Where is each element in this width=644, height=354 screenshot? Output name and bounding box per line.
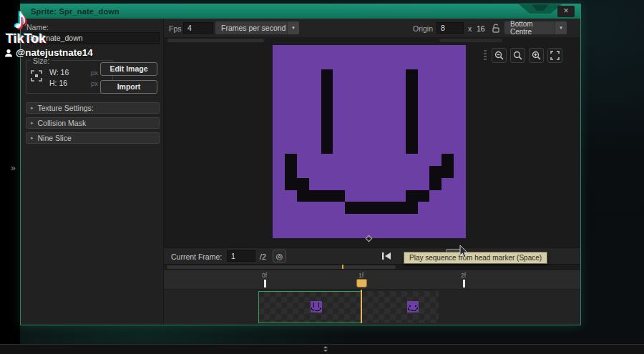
sprite-canvas-image[interactable] bbox=[273, 45, 466, 238]
section-label: Collision Mask bbox=[38, 119, 87, 127]
chevron-right-icon: ▸ bbox=[31, 105, 34, 111]
zoom-in-button[interactable] bbox=[529, 48, 544, 63]
import-button[interactable]: Import bbox=[100, 80, 157, 94]
onion-skin-toggle[interactable]: ◎ bbox=[273, 250, 286, 262]
timeline-scrollbar[interactable] bbox=[164, 264, 580, 269]
origin-x-input[interactable]: 8 bbox=[436, 22, 464, 34]
zoom-out-button[interactable] bbox=[492, 48, 507, 63]
playhead-line[interactable] bbox=[361, 290, 362, 323]
fps-label: Fps bbox=[169, 24, 182, 33]
titlebar-notch-decoration bbox=[519, 4, 562, 14]
origin-preset-value: Bottom Centre bbox=[504, 20, 555, 36]
go-to-start-button[interactable] bbox=[377, 249, 396, 263]
height-unit: px bbox=[91, 79, 98, 87]
window-title: Sprite: Spr_nate_down bbox=[31, 7, 119, 16]
playhead-handle[interactable] bbox=[356, 279, 367, 287]
expand-panel-chevron-icon[interactable]: » bbox=[11, 163, 16, 173]
current-frame-label: Current Frame: bbox=[171, 252, 222, 261]
canvas-scrollbar-thumb[interactable] bbox=[167, 39, 264, 42]
ruler-tick-label: 2f bbox=[461, 272, 466, 279]
window-titlebar[interactable]: Sprite: Spr_nate_down × bbox=[21, 4, 580, 19]
origin-y-value[interactable]: 16 bbox=[477, 24, 485, 33]
ruler-tick-label: 1f bbox=[358, 272, 364, 279]
sprite-editor-window: Sprite: Spr_nate_down × Name: Spr_nate_d… bbox=[20, 4, 581, 325]
section-label: Texture Settings: bbox=[38, 104, 94, 112]
sprite-canvas-region[interactable] bbox=[164, 38, 580, 247]
user-icon bbox=[4, 49, 13, 57]
zoom-reset-button[interactable] bbox=[510, 48, 525, 63]
frame-count-label: /2 bbox=[260, 252, 266, 261]
nine-slice-section[interactable]: ▸ Nine Slice bbox=[26, 132, 160, 144]
width-unit: px bbox=[91, 69, 98, 77]
sprite-toolbar: Fps 4 Frames per second ▼ Origin 8 x 16 … bbox=[164, 19, 580, 38]
panel-splitter-handle-icon[interactable] bbox=[321, 346, 330, 352]
edit-image-button[interactable]: Edit Image bbox=[100, 62, 157, 76]
chevron-right-icon: ▸ bbox=[31, 120, 34, 126]
sprite-main-area: Fps 4 Frames per second ▼ Origin 8 x 16 … bbox=[164, 19, 580, 325]
toolbar-grip-icon[interactable] bbox=[484, 50, 487, 62]
origin-label: Origin bbox=[413, 24, 433, 33]
current-frame-input[interactable]: 1 bbox=[227, 250, 255, 262]
chevron-right-icon: ▸ bbox=[31, 135, 34, 141]
mouse-cursor-icon bbox=[459, 245, 469, 259]
collision-mask-section[interactable]: ▸ Collision Mask bbox=[26, 117, 160, 129]
height-value[interactable]: H: 16 bbox=[49, 79, 67, 87]
chevron-down-icon: ▼ bbox=[287, 21, 299, 34]
sprite-properties-panel: Name: Spr_nate_down Size: W: 16 H: 16 px… bbox=[21, 19, 164, 325]
timeline-ruler[interactable]: 0f 1f 2f bbox=[164, 269, 580, 289]
section-label: Nine Slice bbox=[38, 134, 72, 142]
tooltip: Play sequence from head marker (Space) bbox=[404, 252, 547, 264]
fps-mode-dropdown[interactable]: Frames per second ▼ bbox=[215, 21, 299, 34]
ruler-tick-label: 0f bbox=[262, 272, 267, 279]
tiktok-username: @natejustnate14 bbox=[4, 47, 93, 58]
fit-to-window-button[interactable] bbox=[547, 48, 562, 63]
close-icon[interactable]: × bbox=[557, 6, 575, 17]
fps-mode-value: Frames per second bbox=[215, 24, 287, 32]
width-value[interactable]: W: 16 bbox=[49, 68, 69, 77]
origin-preset-dropdown[interactable]: Bottom Centre ▼ bbox=[504, 21, 567, 34]
canvas-scrollbar-thumb[interactable] bbox=[439, 39, 502, 42]
ruler-tick-mark bbox=[264, 280, 266, 287]
frame-1-thumbnail[interactable] bbox=[407, 301, 419, 313]
chevron-down-icon: ▼ bbox=[555, 21, 567, 34]
origin-times-label: x bbox=[468, 24, 472, 33]
texture-settings-section[interactable]: ▸ Texture Settings: bbox=[26, 102, 160, 114]
zoom-controls bbox=[484, 48, 562, 63]
ruler-tick-mark bbox=[463, 280, 465, 287]
resize-icon[interactable] bbox=[31, 70, 42, 82]
tiktok-wordmark: TikTok bbox=[6, 31, 46, 46]
frame-0-thumbnail[interactable] bbox=[311, 301, 322, 313]
timeline-frames-track[interactable] bbox=[164, 289, 580, 325]
unlock-icon[interactable] bbox=[492, 24, 500, 33]
fps-input[interactable]: 4 bbox=[183, 22, 213, 34]
